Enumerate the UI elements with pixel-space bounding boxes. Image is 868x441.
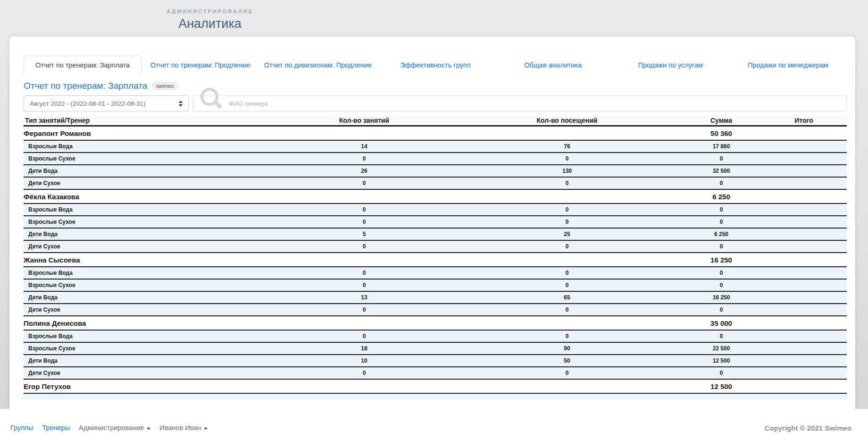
table-row: Дети Сухое000 [24,241,847,253]
table-row: Взрослые Сухое000 [24,280,847,292]
period-select-value: Август 2022 - (2022-08-01 - 2022-08-31) [30,100,146,107]
lesson-type-label: Взрослые Сухое [28,345,75,352]
footer-menu-administration[interactable]: Администрирование [79,424,150,432]
footer-nav: Группы Тренеры Администрирование Иванов … [10,424,208,432]
footer: Группы Тренеры Администрирование Иванов … [0,409,868,441]
sessions-count: 0 [363,306,366,313]
footer-link-trainers[interactable]: Тренеры [42,424,70,432]
trainer-total: 50 360 [710,129,732,137]
sum-value: 0 [720,155,723,162]
lesson-type-label: Дети Сухое [28,306,60,313]
sessions-count: 0 [363,282,366,288]
sessions-count: 0 [363,270,366,276]
tab-2[interactable]: Отчет по тренерам: Продление [142,61,259,69]
visits-count: 0 [566,219,569,225]
tab-7[interactable]: Продажи по менеджерам [729,61,847,69]
table-row: Дети Вода105012 500 [24,355,847,367]
table-row: Дети Сухое000 [24,304,847,316]
sessions-count: 0 [363,370,366,376]
trainer-name: Полина Денисова [24,319,86,327]
tab-3[interactable]: Отчет по дивизионам: Продление [259,61,376,69]
table-row: Взрослые Вода000 [24,267,847,280]
footer-link-groups[interactable]: Группы [10,424,33,432]
footer-menu-user-label: Иванов Иван [159,424,201,432]
sum-value: 0 [720,270,723,276]
col-header-total: Итого [794,117,813,124]
lesson-type-label: Дети Сухое [28,243,60,250]
sum-value: 0 [720,306,723,313]
report-head: Отчет по тренерам: Зарплата swimeo [24,81,847,91]
footer-menu-user[interactable]: Иванов Иван [159,424,208,432]
table-header-row: Тип занятий/Тренер Кол-во занятий Кол-во… [24,116,847,127]
lesson-type-label: Дети Вода [28,231,58,237]
table-row: Дети Вода5256 250 [24,229,847,241]
sessions-count: 18 [361,345,367,352]
footer-menu-administration-label: Администрирование [79,424,144,432]
sum-value: 16 250 [713,294,730,301]
sum-value: 0 [720,219,723,225]
table-row: Дети Сухое000 [24,367,847,380]
trainer-name: Егор Петухов [24,382,71,390]
report-title: Отчет по тренерам: Зарплата [24,81,147,91]
table-row: Дети Вода136516 250 [24,292,847,304]
trainer-group-row: Ферапонт Романов50 360 [24,127,847,141]
app-badge: swimeo [152,82,178,90]
trainer-name: Ферапонт Романов [24,129,91,137]
visits-count: 0 [566,282,569,288]
sum-value: 0 [720,180,723,187]
tab-4[interactable]: Эффективность групп [376,61,494,69]
filters-row: Август 2022 - (2022-08-01 - 2022-08-31) [24,95,847,111]
copyright: Copyright © 2021 Swimeo [765,424,851,432]
trainer-total: 12 500 [710,382,732,390]
sessions-count: 13 [361,294,367,301]
lesson-type-label: Взрослые Вода [28,333,73,339]
period-select[interactable]: Август 2022 - (2022-08-01 - 2022-08-31) [24,95,189,111]
table-row: Взрослые Сухое000 [24,153,847,165]
content-card: Отчет по тренерам: ЗарплатаОтчет по трен… [9,36,855,409]
col-header-visits: Кол-во посещений [537,117,598,124]
sum-value: 22 500 [713,345,730,352]
sum-value: 0 [720,282,723,288]
page-title: Аналитика [132,17,288,31]
trainer-group-row: Жанна Сысоева16 250 [24,253,847,267]
col-header-sessions: Кол-во занятий [339,117,389,124]
visits-count: 0 [566,155,569,162]
trainer-search-input[interactable] [193,96,846,111]
visits-count: 0 [566,243,569,250]
sessions-count: 0 [363,206,366,213]
lesson-type-label: Взрослые Сухое [28,219,75,225]
sum-value: 0 [720,333,723,339]
trainer-name: Жанна Сысоева [24,256,80,264]
trainer-group-row: Фёкла Казакова6 250 [24,190,847,204]
col-header-sum: Сумма [710,117,732,124]
sum-value: 0 [720,243,723,250]
table-row: Дети Вода2613032 500 [24,165,847,178]
lesson-type-label: Дети Вода [28,357,58,364]
visits-count: 0 [566,206,569,213]
tab-6[interactable]: Продажи по услугам [612,61,729,69]
table-row: Дети Сухое000 [24,178,847,190]
trainer-total: 6 250 [712,193,730,201]
visits-count: 0 [566,333,569,339]
lesson-type-label: Взрослые Вода [28,270,73,276]
page-header: АДМИНИСТРИРОВАНИЕ Аналитика [132,8,288,31]
trainer-group-row: Егор Петухов12 500 [24,380,847,394]
lesson-type-label: Дети Сухое [28,370,60,376]
trainer-total: 16 250 [710,256,732,264]
sessions-count: 5 [363,231,366,237]
table-body: Ферапонт Романов50 360Взрослые Вода14761… [24,127,847,394]
table-row: Взрослые Вода000 [24,204,847,216]
table-row-partial [24,394,847,399]
tab-5[interactable]: Общая аналитика [494,61,612,69]
lesson-type-label: Взрослые Сухое [28,155,75,162]
lesson-type-label: Дети Вода [28,294,58,301]
tab-1[interactable]: Отчет по тренерам: Зарплата [24,56,142,75]
sum-value: 0 [720,370,723,376]
sessions-count: 10 [361,357,367,364]
table-row: Взрослые Вода000 [24,331,847,343]
visits-count: 65 [564,294,570,301]
sum-value: 12 500 [713,357,730,364]
trainer-name: Фёкла Казакова [24,193,79,201]
sum-value: 17 860 [713,143,730,150]
visits-count: 90 [564,345,570,352]
